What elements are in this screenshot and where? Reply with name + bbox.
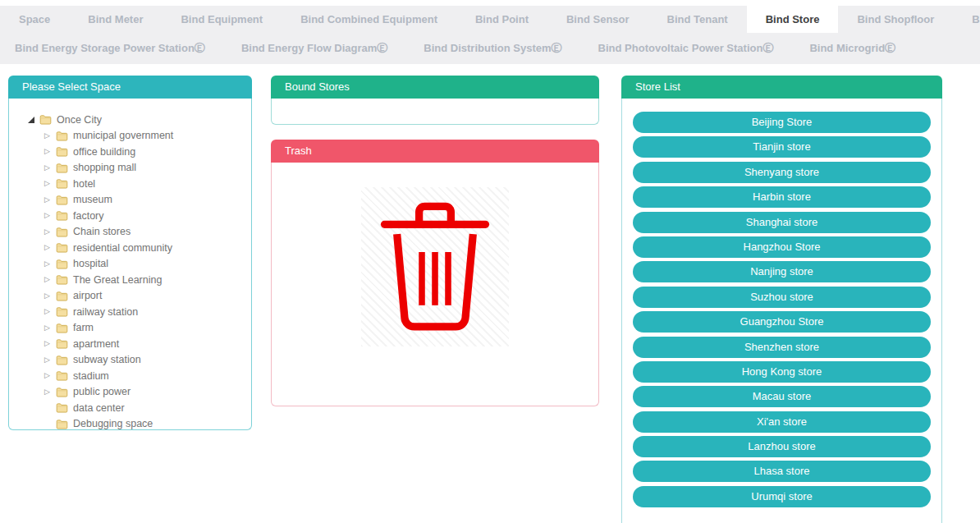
store-pill-shenzhen-store[interactable]: Shenzhen store bbox=[633, 337, 931, 358]
tree-node-apartment[interactable]: ▷ apartment bbox=[9, 336, 251, 352]
tab-bind-distribution-system[interactable]: Bind Distribution SystemⒺ bbox=[405, 41, 579, 56]
collapsed-arrow-icon[interactable]: ▷ bbox=[44, 340, 50, 347]
tree-node-label: data center bbox=[73, 402, 125, 414]
tree-node-chain-stores[interactable]: ▷ Chain stores bbox=[9, 224, 251, 241]
store-pill-nanjing-store[interactable]: Nanjing store bbox=[633, 261, 931, 282]
store-pill-hong-kong-store[interactable]: Hong Kong store bbox=[633, 361, 931, 383]
tab-bind-energy-flow-diagram[interactable]: Bind Energy Flow DiagramⒺ bbox=[223, 41, 405, 56]
tree-arrow-slot: ▷ bbox=[44, 292, 56, 300]
collapsed-arrow-icon[interactable]: ▷ bbox=[44, 260, 50, 268]
tree-node-label: Chain stores bbox=[73, 226, 131, 237]
store-list: Beijing StoreTianjin storeShenyang store… bbox=[621, 99, 942, 523]
tree-node-airport[interactable]: ▷ airport bbox=[9, 288, 251, 305]
tab-bind-store[interactable]: Bind Store bbox=[747, 6, 839, 33]
tree-node-label: stadium bbox=[73, 370, 109, 382]
tab-bind-equipment[interactable]: Bind Equipment bbox=[162, 6, 282, 33]
tree-arrow-slot: ▷ bbox=[44, 388, 56, 396]
bound-stores-title: Bound Stores bbox=[271, 76, 599, 99]
collapsed-arrow-icon[interactable]: ▷ bbox=[44, 212, 50, 219]
tab-bar: SpaceBind MeterBind EquipmentBind Combin… bbox=[0, 6, 980, 64]
tree-node-municipal-government[interactable]: ▷ municipal government bbox=[9, 128, 251, 145]
folder-icon bbox=[56, 323, 68, 333]
collapsed-arrow-icon[interactable]: ▷ bbox=[44, 324, 50, 332]
tree-arrow-slot: ▷ bbox=[44, 356, 56, 364]
collapsed-arrow-icon[interactable]: ▷ bbox=[44, 180, 50, 187]
collapsed-arrow-icon[interactable]: ▷ bbox=[44, 244, 50, 251]
collapsed-arrow-icon[interactable]: ▷ bbox=[44, 228, 50, 236]
tree-arrow-slot: ▷ bbox=[44, 340, 56, 347]
tab-bar-row2: Bind Energy Storage Power StationⒺBind E… bbox=[0, 33, 980, 64]
store-pill-suzhou-store[interactable]: Suzhou store bbox=[633, 287, 931, 308]
folder-icon bbox=[56, 291, 68, 301]
store-pill-lanzhou-store[interactable]: Lanzhou store bbox=[633, 436, 931, 457]
tree-node-label: residential community bbox=[73, 242, 172, 254]
tab-bind-combined-equipment[interactable]: Bind Combined Equipment bbox=[282, 6, 456, 33]
bound-stores-dropzone[interactable] bbox=[271, 99, 599, 125]
collapsed-arrow-icon[interactable]: ▷ bbox=[44, 276, 50, 283]
store-pill-lhasa-store[interactable]: Lhasa store bbox=[633, 461, 931, 482]
collapsed-arrow-icon[interactable]: ▷ bbox=[44, 308, 50, 315]
tree-node-subway-station[interactable]: ▷ subway station bbox=[9, 352, 251, 369]
tree-node-shopping-mall[interactable]: ▷ shopping mall bbox=[9, 160, 251, 177]
store-pill-shanghai-store[interactable]: Shanghai store bbox=[633, 212, 931, 233]
collapsed-arrow-icon[interactable]: ▷ bbox=[44, 164, 50, 172]
tree-node-railway-station[interactable]: ▷ railway station bbox=[9, 304, 251, 320]
tab-bind-point[interactable]: Bind Point bbox=[456, 6, 547, 33]
tree-node-label: The Great Learning bbox=[73, 274, 162, 286]
collapsed-arrow-icon[interactable]: ▷ bbox=[44, 132, 50, 140]
collapsed-arrow-icon[interactable]: ▷ bbox=[44, 388, 50, 396]
tab-bind-photovoltaic-power-station[interactable]: Bind Photovoltaic Power StationⒺ bbox=[580, 41, 792, 56]
tree-node-factory[interactable]: ▷ factory bbox=[9, 208, 251, 224]
tree-node-public-power[interactable]: ▷ public power bbox=[9, 384, 251, 401]
tree-node-stadium[interactable]: ▷ stadium bbox=[9, 368, 251, 384]
tree-node-data-center[interactable]: data center bbox=[9, 400, 251, 416]
trash-dropzone[interactable] bbox=[271, 163, 599, 406]
tree-node-label: public power bbox=[73, 386, 131, 397]
store-pill-beijing-store[interactable]: Beijing Store bbox=[633, 112, 931, 133]
tab-bind-shopfloor[interactable]: Bind Shopfloor bbox=[838, 6, 953, 33]
tab-bind-working-calendar[interactable]: Bind Working Calendar bbox=[953, 6, 980, 33]
tab-bind-meter[interactable]: Bind Meter bbox=[69, 6, 162, 33]
tab-bind-tenant[interactable]: Bind Tenant bbox=[648, 6, 747, 33]
tree-node-label: museum bbox=[73, 194, 112, 205]
tree-arrow-slot: ▷ bbox=[44, 212, 56, 219]
tree-arrow-slot: ▷ bbox=[44, 148, 56, 155]
store-pill-macau-store[interactable]: Macau store bbox=[633, 386, 931, 407]
folder-icon bbox=[56, 242, 68, 253]
collapsed-arrow-icon[interactable]: ▷ bbox=[44, 148, 50, 155]
tab-bind-energy-storage-power-station[interactable]: Bind Energy Storage Power StationⒺ bbox=[15, 41, 223, 56]
tree-node-debugging-space[interactable]: Debugging space bbox=[9, 416, 251, 431]
collapsed-arrow-icon[interactable]: ▷ bbox=[44, 356, 50, 364]
tab-bar-row1: SpaceBind MeterBind EquipmentBind Combin… bbox=[0, 6, 980, 33]
tree-node-office-building[interactable]: ▷ office building bbox=[9, 144, 251, 160]
tree-node-farm[interactable]: ▷ farm bbox=[9, 320, 251, 337]
tab-bind-microgrid[interactable]: Bind MicrogridⒺ bbox=[791, 41, 914, 56]
tree-node-residential-community[interactable]: ▷ residential community bbox=[9, 240, 251, 256]
tree-node-hotel[interactable]: ▷ hotel bbox=[9, 176, 251, 192]
store-pill-harbin-store[interactable]: Harbin store bbox=[633, 186, 931, 208]
collapsed-arrow-icon[interactable]: ▷ bbox=[44, 372, 50, 379]
tree-node-hospital[interactable]: ▷ hospital bbox=[9, 256, 251, 273]
tree-arrow-slot: ▷ bbox=[44, 228, 56, 236]
trash-panel: Trash bbox=[271, 140, 599, 406]
store-pill-shenyang-store[interactable]: Shenyang store bbox=[633, 162, 931, 183]
tree-node-the-great-learning[interactable]: ▷ The Great Learning bbox=[9, 272, 251, 288]
folder-icon bbox=[56, 306, 68, 317]
tree-node-museum[interactable]: ▷ museum bbox=[9, 192, 251, 209]
tree-node-once-city[interactable]: Once City bbox=[9, 112, 251, 128]
store-pill-urumqi-store[interactable]: Urumqi store bbox=[633, 486, 931, 507]
tree-node-label: shopping mall bbox=[73, 162, 136, 173]
folder-icon bbox=[56, 146, 68, 157]
store-pill-guangzhou-store[interactable]: Guangzhou Store bbox=[633, 311, 931, 333]
store-pill-tianjin-store[interactable]: Tianjin store bbox=[633, 136, 931, 158]
tab-space[interactable]: Space bbox=[0, 6, 69, 33]
tree-arrow-slot: ▷ bbox=[44, 196, 56, 204]
folder-icon bbox=[56, 227, 68, 237]
collapsed-arrow-icon[interactable]: ▷ bbox=[44, 196, 50, 204]
store-pill-hangzhou-store[interactable]: Hangzhou Store bbox=[633, 236, 931, 258]
tree-arrow-slot: ▷ bbox=[44, 164, 56, 172]
tab-bind-sensor[interactable]: Bind Sensor bbox=[547, 6, 648, 33]
store-pill-xi-an-store[interactable]: Xi'an store bbox=[633, 411, 931, 433]
expanded-arrow-icon[interactable] bbox=[28, 117, 34, 123]
collapsed-arrow-icon[interactable]: ▷ bbox=[44, 292, 50, 300]
